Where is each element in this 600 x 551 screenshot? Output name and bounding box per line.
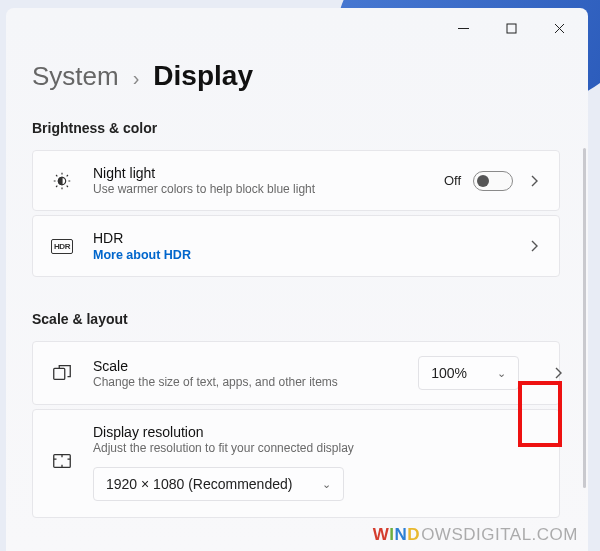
night-light-row[interactable]: Night light Use warmer colors to help bl… — [32, 150, 560, 211]
page-title: Display — [153, 60, 253, 92]
titlebar — [6, 8, 588, 48]
chevron-right-icon[interactable] — [525, 237, 543, 255]
scale-subtitle: Change the size of text, apps, and other… — [93, 375, 400, 389]
hdr-icon: HDR — [49, 233, 75, 259]
chevron-right-icon[interactable] — [525, 172, 543, 190]
minimize-button[interactable] — [440, 12, 486, 44]
night-light-title: Night light — [93, 165, 426, 181]
chevron-right-icon: › — [133, 67, 140, 90]
night-light-icon — [49, 168, 75, 194]
resolution-icon — [49, 448, 75, 474]
hdr-row[interactable]: HDR HDR More about HDR — [32, 215, 560, 277]
scale-title: Scale — [93, 358, 400, 374]
scale-row[interactable]: Scale Change the size of text, apps, and… — [32, 341, 560, 405]
svg-rect-1 — [507, 24, 516, 33]
section-scale-title: Scale & layout — [32, 311, 560, 327]
scrollbar[interactable] — [583, 148, 586, 488]
svg-rect-5 — [54, 368, 65, 379]
scale-select[interactable]: 100% ⌄ — [418, 356, 519, 390]
maximize-button[interactable] — [488, 12, 534, 44]
resolution-value: 1920 × 1080 (Recommended) — [106, 476, 292, 492]
close-button[interactable] — [536, 12, 582, 44]
night-light-subtitle: Use warmer colors to help block blue lig… — [93, 182, 426, 196]
breadcrumb-parent[interactable]: System — [32, 61, 119, 92]
hdr-title: HDR — [93, 230, 507, 246]
settings-window: System › Display Brightness & color Nigh… — [6, 8, 588, 551]
scale-value: 100% — [431, 365, 467, 381]
chevron-down-icon: ⌄ — [497, 367, 506, 380]
hdr-link[interactable]: More about HDR — [93, 248, 507, 262]
night-light-toggle[interactable] — [473, 171, 513, 191]
scale-icon — [49, 360, 75, 386]
resolution-title: Display resolution — [93, 424, 543, 440]
resolution-select[interactable]: 1920 × 1080 (Recommended) ⌄ — [93, 467, 344, 501]
section-brightness-title: Brightness & color — [32, 120, 560, 136]
chevron-down-icon: ⌄ — [322, 478, 331, 491]
scale-advanced-chevron[interactable] — [549, 364, 567, 382]
breadcrumb: System › Display — [32, 60, 560, 92]
resolution-subtitle: Adjust the resolution to fit your connec… — [93, 441, 543, 455]
night-light-state: Off — [444, 173, 461, 188]
resolution-row[interactable]: Display resolution Adjust the resolution… — [32, 409, 560, 518]
